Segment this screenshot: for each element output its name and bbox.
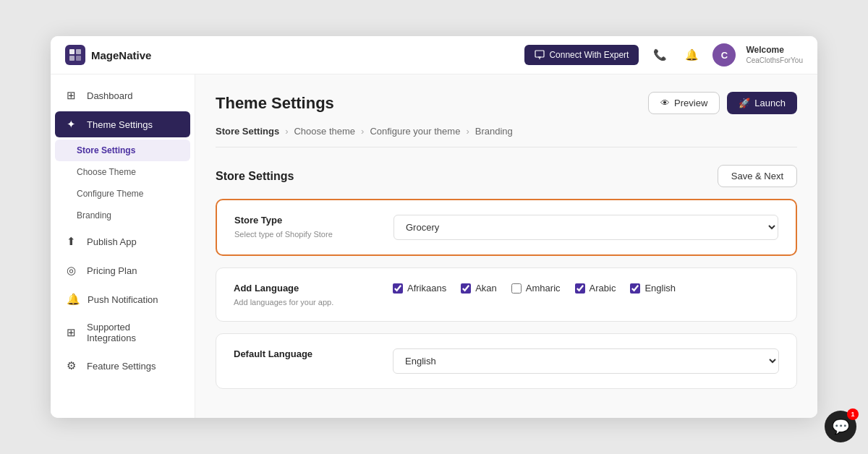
main-layout: ⊞ Dashboard ✦ Theme Settings Store Setti… — [51, 74, 817, 418]
sub-label-branding: Branding — [77, 210, 111, 220]
top-right: Connect With Expert 📞 🔔 C Welcome CeaClo… — [524, 43, 803, 67]
crumb-store-settings[interactable]: Store Settings — [216, 126, 279, 137]
store-type-input-col: Grocery Fashion Electronics Furniture — [393, 215, 778, 240]
save-next-button[interactable]: Save & Next — [718, 165, 797, 187]
default-lang-input-col: English Afrikaans Akan Arabic — [393, 348, 779, 374]
sidebar-label-integrations: Supported Integrations — [87, 322, 179, 343]
launch-label: Launch — [754, 98, 786, 108]
crumb-configure-theme[interactable]: Configure your theme — [370, 126, 460, 137]
breadcrumb: Store Settings › Choose theme › Configur… — [216, 126, 797, 147]
sidebar-item-push-notification[interactable]: 🔔 Push Notification — [55, 286, 190, 312]
language-checkboxes: Afrikaans Akan Amharic — [393, 283, 779, 294]
svg-rect-1 — [76, 49, 81, 54]
sidebar-sub-configure-theme[interactable]: Configure Theme — [55, 183, 190, 205]
lang-english-checkbox[interactable] — [630, 283, 640, 294]
sidebar: ⊞ Dashboard ✦ Theme Settings Store Setti… — [51, 74, 195, 418]
sidebar-item-integrations[interactable]: ⊞ Supported Integrations — [55, 315, 190, 350]
svg-rect-0 — [69, 49, 75, 54]
chevron-icon-1: › — [285, 126, 288, 137]
preview-label: Preview — [674, 98, 707, 108]
language-label: Add Language — [234, 283, 378, 294]
sidebar-item-theme-settings[interactable]: ✦ Theme Settings — [55, 111, 190, 137]
top-bar: MageNative Connect With Expert 📞 🔔 C Wel… — [51, 36, 817, 74]
lang-akan-label: Akan — [475, 283, 497, 294]
lang-english-label: English — [644, 283, 676, 294]
sub-label-choose-theme: Choose Theme — [77, 167, 136, 177]
gear-icon: ⚙ — [67, 359, 80, 372]
sidebar-item-dashboard[interactable]: ⊞ Dashboard — [55, 82, 190, 108]
lang-afrikaans[interactable]: Afrikaans — [393, 283, 446, 294]
dashboard-icon: ⊞ — [67, 89, 80, 102]
preview-button[interactable]: 👁 Preview — [648, 92, 720, 114]
default-lang-label: Default Language — [234, 348, 378, 359]
sidebar-item-feature-settings[interactable]: ⚙ Feature Settings — [55, 353, 190, 379]
launch-button[interactable]: 🚀 Launch — [727, 92, 797, 114]
lang-english[interactable]: English — [630, 283, 676, 294]
default-language-select[interactable]: English Afrikaans Akan Arabic — [393, 348, 779, 374]
integrations-icon: ⊞ — [67, 326, 80, 339]
default-lang-label-col: Default Language — [234, 348, 378, 362]
logo-area: MageNative — [65, 45, 151, 65]
sidebar-label-pricing: Pricing Plan — [87, 265, 137, 276]
lang-arabic[interactable]: Arabic — [575, 283, 616, 294]
content-area: Theme Settings 👁 Preview 🚀 Launch Store … — [195, 74, 817, 418]
sidebar-sub-store-settings[interactable]: Store Settings — [55, 140, 190, 161]
connect-expert-button[interactable]: Connect With Expert — [524, 45, 639, 65]
sidebar-label-dashboard: Dashboard — [87, 90, 133, 101]
notification-bell[interactable]: 🔔 — [681, 44, 702, 66]
connect-label: Connect With Expert — [549, 50, 629, 60]
lang-amharic-label: Amharic — [526, 283, 561, 294]
add-language-card: Add Language Add languages for your app.… — [216, 267, 797, 322]
header-buttons: 👁 Preview 🚀 Launch — [648, 92, 797, 114]
user-info: Welcome CeaClothsForYou — [746, 45, 803, 66]
svg-rect-3 — [76, 56, 81, 61]
lang-amharic[interactable]: Amharic — [511, 283, 561, 294]
sidebar-item-publish-app[interactable]: ⬆ Publish App — [55, 228, 190, 254]
lang-arabic-checkbox[interactable] — [575, 283, 585, 294]
chevron-icon-3: › — [466, 126, 469, 137]
language-desc: Add languages for your app. — [234, 298, 378, 307]
crumb-choose-theme[interactable]: Choose theme — [294, 126, 355, 137]
svg-rect-4 — [535, 51, 544, 57]
theme-icon: ✦ — [67, 118, 80, 131]
bell-icon: 🔔 — [67, 293, 80, 306]
sidebar-sub-choose-theme[interactable]: Choose Theme — [55, 161, 190, 183]
monitor-icon — [535, 50, 545, 60]
crumb-branding[interactable]: Branding — [475, 126, 513, 137]
default-lang-row: Default Language English Afrikaans Akan … — [234, 348, 779, 374]
sidebar-label-feature: Feature Settings — [87, 361, 156, 372]
lang-amharic-checkbox[interactable] — [511, 283, 522, 294]
sidebar-item-pricing-plan[interactable]: ◎ Pricing Plan — [55, 257, 190, 283]
browser-window: MageNative Connect With Expert 📞 🔔 C Wel… — [51, 36, 817, 418]
default-language-card: Default Language English Afrikaans Akan … — [216, 333, 797, 389]
app-name: MageNative — [91, 49, 151, 61]
language-row: Add Language Add languages for your app.… — [234, 283, 779, 307]
username: CeaClothsForYou — [746, 56, 803, 65]
sidebar-label-push: Push Notification — [88, 294, 158, 305]
sub-label-store-settings: Store Settings — [77, 145, 135, 155]
sidebar-label-theme: Theme Settings — [87, 119, 153, 130]
store-type-label-col: Store Type Select type of Shopify Store — [234, 215, 379, 239]
store-type-label: Store Type — [234, 215, 379, 226]
store-type-select[interactable]: Grocery Fashion Electronics Furniture — [393, 215, 778, 240]
phone-icon[interactable]: 📞 — [649, 44, 671, 66]
rocket-icon: 🚀 — [739, 98, 750, 108]
sidebar-label-publish: Publish App — [87, 236, 137, 247]
welcome-label: Welcome — [746, 45, 803, 56]
lang-afrikaans-label: Afrikaans — [407, 283, 446, 294]
lang-akan[interactable]: Akan — [461, 283, 497, 294]
lang-afrikaans-checkbox[interactable] — [393, 283, 403, 294]
sidebar-sub-menu: Store Settings Choose Theme Configure Th… — [55, 140, 190, 226]
pricing-icon: ◎ — [67, 264, 80, 277]
sidebar-sub-branding[interactable]: Branding — [55, 205, 190, 226]
content-header: Theme Settings 👁 Preview 🚀 Launch — [216, 92, 797, 114]
lang-arabic-label: Arabic — [590, 283, 616, 294]
store-type-card: Store Type Select type of Shopify Store … — [216, 199, 797, 256]
section-header: Store Settings Save & Next — [216, 165, 797, 187]
chevron-icon-2: › — [361, 126, 364, 137]
lang-akan-checkbox[interactable] — [461, 283, 471, 294]
page-title: Theme Settings — [216, 94, 334, 113]
eye-icon: 👁 — [660, 98, 670, 108]
avatar[interactable]: C — [712, 43, 736, 67]
store-type-row: Store Type Select type of Shopify Store … — [234, 215, 778, 240]
